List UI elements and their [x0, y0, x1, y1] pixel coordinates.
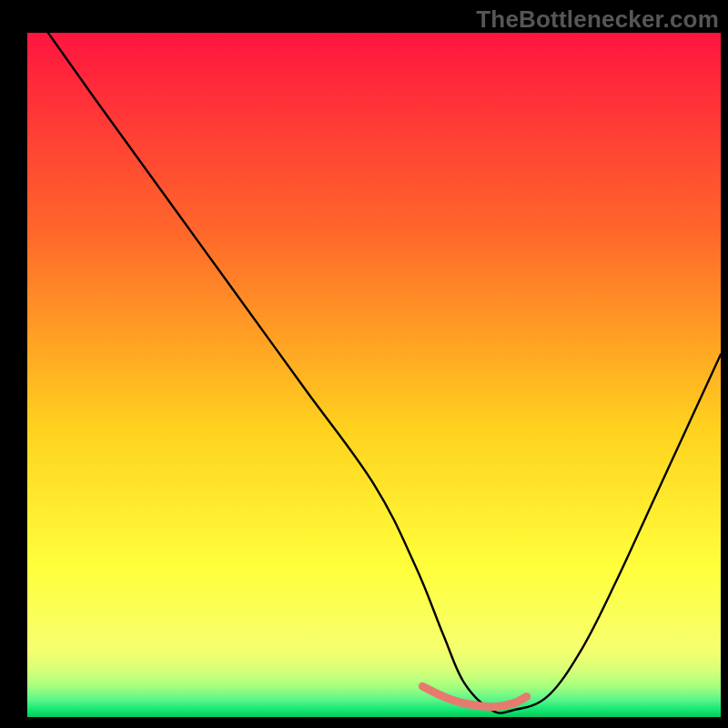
chart-frame: { "watermark": "TheBottlenecker.com", "c… [0, 0, 728, 728]
gradient-background [27, 33, 721, 717]
watermark-text: TheBottlenecker.com [476, 5, 719, 34]
bottleneck-chart [0, 0, 728, 728]
